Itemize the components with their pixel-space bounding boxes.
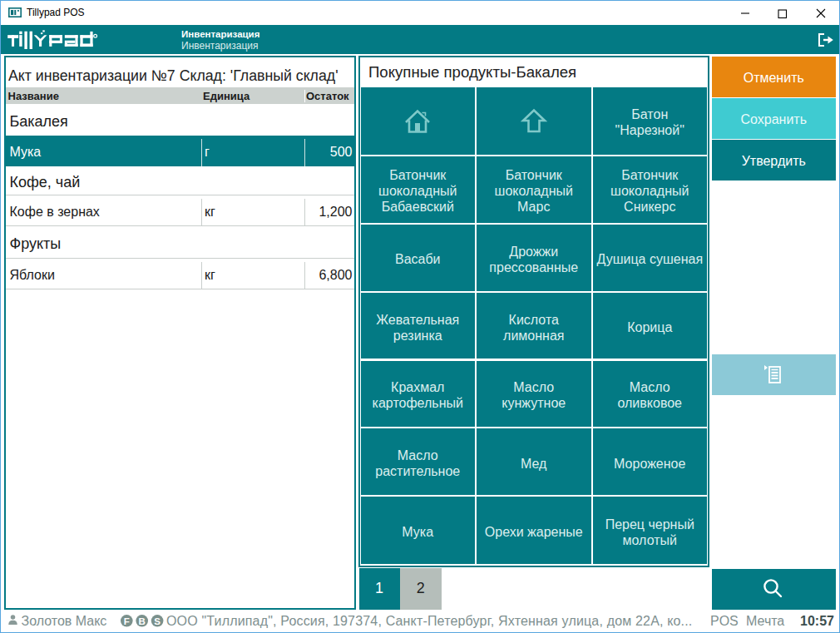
svg-text:S: S xyxy=(154,616,161,626)
svg-text:B: B xyxy=(138,616,145,626)
svg-text:F: F xyxy=(123,616,129,626)
